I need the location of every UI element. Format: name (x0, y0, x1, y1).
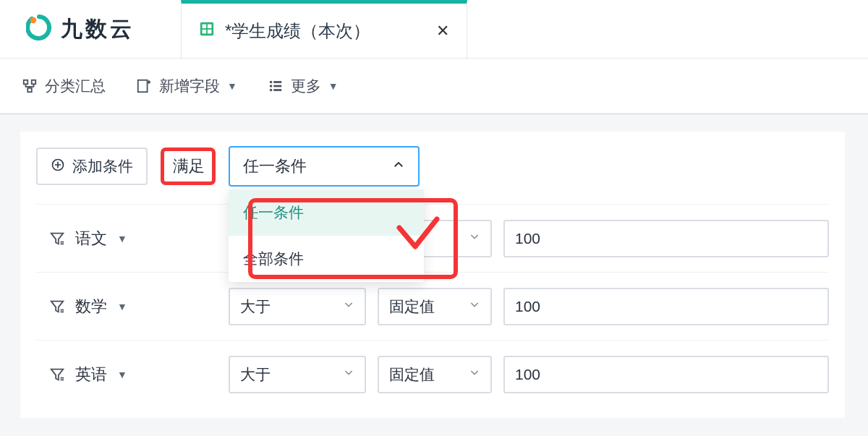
group-summary-button[interactable]: 分类汇总 (22, 76, 106, 96)
canvas: 添加条件 满足 任一条件 任一条件 全部条件 (0, 114, 868, 436)
svg-rect-5 (208, 30, 212, 33)
operator-select[interactable]: 大于 (229, 288, 366, 325)
svg-rect-3 (208, 25, 212, 29)
svg-point-12 (270, 85, 273, 87)
dropdown-option-label: 任一条件 (243, 204, 304, 221)
value-kind-select[interactable]: 固定值 (378, 356, 492, 393)
filter-icon (49, 299, 65, 315)
value-input[interactable] (503, 356, 829, 393)
add-condition-label: 添加条件 (72, 156, 133, 176)
caret-down-icon: ▼ (117, 233, 127, 244)
field-selector[interactable]: 英语 ▼ (36, 364, 217, 385)
filter-icon (49, 367, 65, 382)
operator-select[interactable]: 大于 (229, 356, 366, 393)
condition-row: 数学 ▼ 大于 固定值 (36, 272, 829, 340)
chevron-down-icon (469, 299, 480, 314)
svg-rect-9 (138, 80, 148, 93)
filter-icon (49, 231, 65, 247)
condition-row: 语文 ▼ 定值 (36, 204, 829, 272)
chevron-up-icon (392, 158, 405, 175)
svg-point-10 (270, 81, 273, 84)
field-name: 数学 (75, 296, 107, 317)
chevron-down-icon (343, 367, 354, 382)
svg-rect-13 (273, 85, 281, 87)
group-summary-label: 分类汇总 (45, 76, 106, 96)
dropdown-option-any[interactable]: 任一条件 (229, 189, 424, 236)
condition-mode-dropdown: 任一条件 全部条件 (229, 189, 424, 282)
svg-rect-11 (273, 81, 281, 83)
field-selector[interactable]: 数学 ▼ (36, 296, 217, 317)
caret-down-icon: ▼ (117, 369, 127, 380)
operator-label: 大于 (240, 364, 271, 385)
more-button[interactable]: 更多 ▼ (268, 76, 339, 96)
tab-title: *学生成绩（本次） (225, 20, 370, 43)
condition-mode-select[interactable]: 任一条件 任一条件 全部条件 (229, 146, 420, 187)
header-bar: 九数云 *学生成绩（本次） ✕ (0, 0, 868, 58)
spreadsheet-icon (199, 21, 215, 40)
add-field-icon (136, 78, 152, 94)
caret-down-icon: ▼ (328, 80, 339, 92)
brand: 九数云 (0, 0, 181, 58)
list-icon (268, 78, 284, 94)
svg-rect-8 (27, 88, 32, 93)
svg-point-14 (270, 89, 273, 92)
value-kind-label: 固定值 (389, 364, 435, 385)
field-selector[interactable]: 语文 ▼ (36, 228, 217, 249)
svg-rect-15 (273, 89, 281, 91)
add-condition-button[interactable]: 添加条件 (36, 148, 148, 185)
operator-label: 大于 (240, 296, 271, 317)
value-kind-select[interactable]: 固定值 (378, 288, 492, 325)
value-input[interactable] (503, 288, 829, 325)
close-icon[interactable]: ✕ (436, 22, 449, 40)
field-name: 语文 (75, 228, 107, 249)
conditions-panel: 添加条件 满足 任一条件 任一条件 全部条件 (20, 132, 845, 418)
satisfy-label-text: 满足 (173, 157, 205, 175)
toolbar: 分类汇总 新增字段 ▼ 更多 ▼ (0, 58, 868, 114)
caret-down-icon: ▼ (227, 80, 237, 92)
group-summary-icon (22, 78, 38, 94)
add-field-button[interactable]: 新增字段 ▼ (136, 76, 237, 96)
svg-rect-6 (24, 80, 28, 85)
condition-row: 英语 ▼ 大于 固定值 (36, 340, 829, 408)
plus-circle-icon (51, 158, 65, 176)
dropdown-option-label: 全部条件 (243, 250, 304, 267)
svg-rect-7 (32, 80, 36, 85)
brand-name: 九数云 (61, 14, 135, 44)
caret-down-icon: ▼ (117, 301, 127, 312)
chevron-down-icon (469, 231, 480, 246)
svg-point-0 (30, 17, 36, 22)
conditions-header: 添加条件 满足 任一条件 任一条件 全部条件 (20, 132, 845, 200)
satisfy-label: 满足 (161, 148, 216, 185)
add-field-label: 新增字段 (159, 76, 220, 96)
svg-rect-2 (203, 25, 207, 29)
tab-student-grades[interactable]: *学生成绩（本次） ✕ (181, 0, 467, 58)
condition-mode-selected: 任一条件 (243, 155, 307, 177)
condition-rows: 语文 ▼ 定值 (20, 204, 845, 418)
dropdown-option-all[interactable]: 全部条件 (229, 236, 424, 282)
chevron-down-icon (343, 299, 354, 314)
field-name: 英语 (75, 364, 107, 385)
value-kind-label: 固定值 (389, 296, 435, 317)
svg-rect-4 (203, 30, 207, 33)
value-input[interactable] (503, 220, 829, 257)
more-label: 更多 (291, 76, 321, 96)
brand-logo-icon (26, 14, 52, 44)
chevron-down-icon (469, 367, 480, 382)
